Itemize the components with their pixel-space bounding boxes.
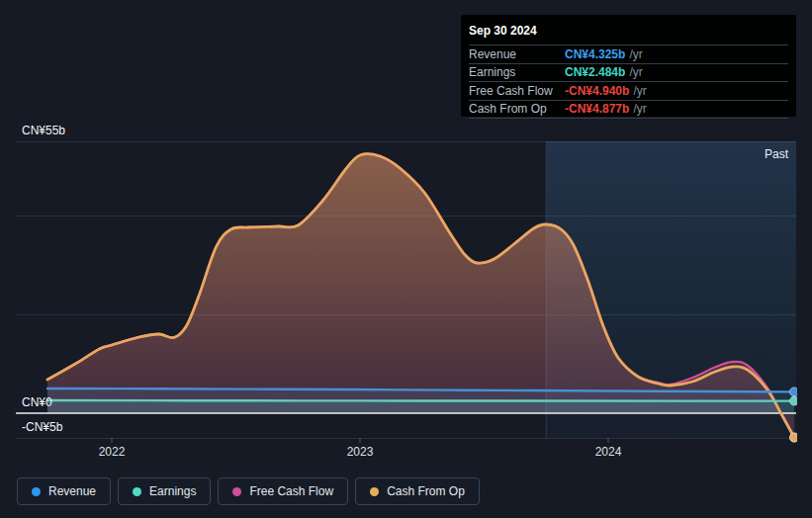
earnings-dot-icon [133,487,141,496]
earnings-revenue-history-panel: CN¥55bCN¥0-CN¥5b202220232024Past Sep 30 … [0,0,812,518]
tooltip-row-cash-from-op: Cash From Op -CN¥4.877b /yr [469,100,788,120]
tooltip-label: Earnings [469,65,565,79]
past-label: Past [765,147,789,161]
y-axis-label: CN¥0 [22,395,52,409]
cash-from-op-end-dot[interactable] [789,433,798,442]
tooltip-value: CN¥4.325b [565,47,625,61]
tooltip-unit: /yr [633,102,646,116]
legend-toggle-revenue[interactable]: Revenue [17,477,111,505]
y-axis-label: CN¥55b [22,124,65,137]
tooltip-unit: /yr [633,84,646,98]
earnings-end-dot[interactable] [789,396,798,405]
tooltip-label: Revenue [469,47,565,61]
tooltip-value: CN¥2.484b [565,65,625,79]
legend-toggle-cash-from-op[interactable]: Cash From Op [355,477,480,505]
free-cash-flow-dot-icon [232,487,241,496]
tooltip-row-earnings: Earnings CN¥2.484b /yr [469,63,788,82]
tooltip-row-revenue: Revenue CN¥4.325b /yr [469,44,788,63]
tooltip-value: -CN¥4.940b [565,84,629,98]
cash-from-op-dot-icon [370,487,379,496]
legend-toggle-earnings[interactable]: Earnings [118,477,211,505]
x-axis-label: 2024 [595,445,622,459]
chart-tooltip: Sep 30 2024 Revenue CN¥4.325b /yr Earnin… [461,15,796,117]
tooltip-unit: /yr [629,65,642,79]
revenue-end-dot[interactable] [789,388,798,396]
tooltip-row-free-cash-flow: Free Cash Flow -CN¥4.940b /yr [469,81,788,100]
legend-label: Cash From Op [387,484,465,498]
revenue-dot-icon [32,487,41,496]
legend-label: Earnings [149,484,196,498]
tooltip-value: -CN¥4.877b [565,102,629,116]
x-axis-label: 2022 [99,445,126,459]
legend-label: Free Cash Flow [249,484,333,498]
earnings-area [47,400,794,413]
x-axis-label: 2023 [347,445,374,459]
tooltip-unit: /yr [629,47,642,61]
tooltip-date: Sep 30 2024 [469,22,788,44]
earnings-line [47,400,794,401]
tooltip-label: Free Cash Flow [469,84,565,98]
tooltip-label: Cash From Op [469,102,565,116]
y-axis-label: -CN¥5b [22,420,63,434]
chart-legend: Revenue Earnings Free Cash Flow Cash Fro… [17,477,480,505]
legend-label: Revenue [48,484,96,498]
legend-toggle-free-cash-flow[interactable]: Free Cash Flow [218,477,348,505]
